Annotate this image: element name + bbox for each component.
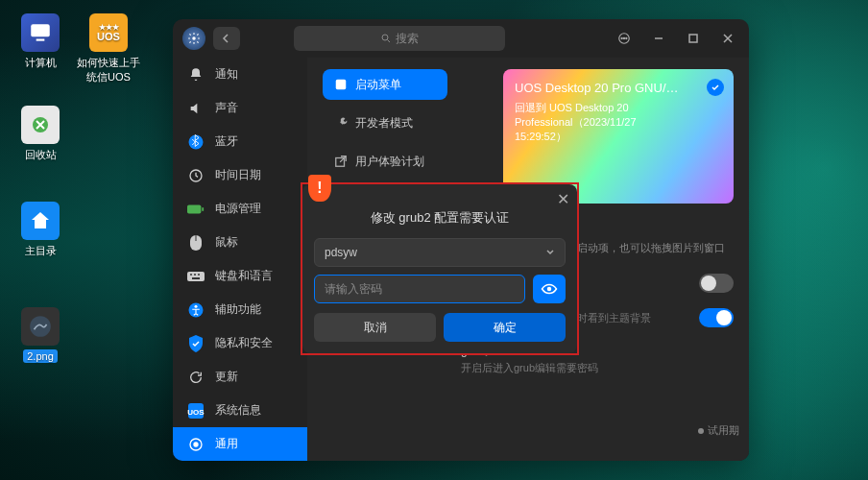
close-button[interactable]: [716, 27, 739, 50]
eye-icon: [541, 283, 558, 295]
sidebar-item-label: 系统信息: [215, 402, 261, 419]
sidebar-item-label: 辅助功能: [215, 301, 261, 318]
minimize-button[interactable]: [647, 27, 670, 50]
tab-developer-mode[interactable]: 开发者模式: [323, 108, 447, 138]
mouse-icon: [186, 233, 205, 252]
preview-line: 15:29:52）: [515, 130, 722, 144]
svg-rect-15: [187, 204, 201, 213]
trash-icon: [21, 106, 60, 144]
search-input[interactable]: 搜索: [294, 26, 505, 51]
preview-line: Professional（2023/11/27: [515, 115, 722, 130]
svg-point-9: [623, 37, 624, 38]
info-icon: UOS: [186, 401, 205, 420]
speaker-icon: [186, 99, 205, 118]
desktop-icon-label: 如何快速上手统信UOS: [77, 57, 140, 83]
computer-icon: [21, 13, 60, 52]
boot-icon: [334, 78, 348, 91]
svg-line-6: [388, 40, 391, 43]
battery-icon: [186, 200, 205, 219]
tab-user-experience[interactable]: 用户体验计划: [323, 146, 447, 177]
sidebar-item-label: 键盘和语言: [215, 268, 273, 284]
svg-point-25: [195, 304, 198, 307]
svg-rect-23: [192, 277, 200, 279]
clock-icon: [186, 166, 205, 185]
update-icon: [186, 368, 205, 387]
maximize-button[interactable]: [682, 27, 705, 50]
dialog-title: 修改 grub2 配置需要认证: [302, 184, 577, 238]
desktop-icon-computer[interactable]: 计算机: [12, 13, 69, 70]
chevron-down-icon: [545, 248, 555, 257]
shield-icon: [186, 334, 205, 353]
keyboard-icon: [186, 267, 205, 286]
preview-title: UOS Desktop 20 Pro GNU/…: [515, 81, 722, 95]
svg-point-5: [382, 35, 388, 40]
bell-icon: [186, 65, 205, 84]
confirm-button[interactable]: 确定: [444, 313, 566, 342]
desktop-icon-home[interactable]: 主目录: [12, 202, 69, 258]
svg-point-21: [194, 274, 196, 276]
general-icon: [186, 435, 205, 454]
sidebar-item-privacy[interactable]: 隐私和安全: [173, 326, 307, 360]
check-icon: [707, 79, 724, 96]
sidebar-item-datetime[interactable]: 时间日期: [173, 158, 307, 192]
sidebar-item-update[interactable]: 更新: [173, 360, 307, 394]
sidebar-item-label: 声音: [215, 100, 238, 116]
external-link-icon: [334, 155, 348, 168]
svg-point-29: [194, 443, 198, 446]
sidebar-item-power[interactable]: 电源管理: [173, 192, 307, 226]
tab-label: 启动菜单: [355, 77, 401, 93]
warning-shield-icon: !: [308, 175, 331, 202]
sidebar-item-keyboard[interactable]: 键盘和语言: [173, 259, 307, 293]
show-password-button[interactable]: [533, 275, 566, 303]
desktop-icon-file[interactable]: 2.png: [12, 307, 69, 363]
sidebar-item-label: 鼠标: [215, 234, 238, 251]
svg-text:UOS: UOS: [187, 408, 205, 417]
desktop-icon-trash[interactable]: 回收站: [12, 106, 69, 162]
svg-point-13: [189, 134, 204, 149]
svg-point-22: [198, 274, 200, 276]
image-file-icon: [21, 307, 60, 346]
sidebar: 通知 声音 蓝牙 时间日期 电源管理 鼠标: [173, 58, 307, 461]
toggle-theme[interactable]: [699, 308, 734, 327]
home-icon: [21, 202, 60, 240]
guide-icon: ★★★ UOS: [89, 13, 128, 52]
svg-point-3: [30, 316, 51, 337]
dialog-close-button[interactable]: ✕: [557, 190, 569, 208]
svg-rect-19: [187, 272, 205, 281]
cancel-button[interactable]: 取消: [314, 313, 436, 342]
menu-button[interactable]: [613, 27, 636, 50]
desktop-icon-guide[interactable]: ★★★ UOS 如何快速上手统信UOS: [75, 13, 142, 84]
desktop-icon-label: 主目录: [25, 245, 57, 256]
desktop-icon-label: 2.png: [23, 349, 58, 363]
sidebar-item-sysinfo[interactable]: UOS 系统信息: [173, 394, 307, 427]
wrench-icon: [334, 116, 348, 130]
svg-point-32: [548, 288, 551, 291]
sidebar-item-label: 通用: [215, 436, 238, 452]
password-input[interactable]: 请输入密码: [314, 275, 525, 303]
preview-line: 回退到 UOS Desktop 20: [515, 101, 722, 115]
accessibility-icon: [186, 300, 205, 320]
user-selected: pdsyw: [325, 246, 357, 259]
svg-point-8: [621, 37, 622, 38]
desktop-icon-label: 回收站: [25, 149, 57, 160]
svg-rect-16: [202, 207, 204, 211]
password-placeholder: 请输入密码: [325, 281, 382, 298]
trial-badge: 试用期: [698, 423, 739, 438]
sidebar-item-general[interactable]: 通用: [173, 427, 307, 461]
bluetooth-icon: [186, 132, 205, 152]
sidebar-item-sound[interactable]: 声音: [173, 91, 307, 125]
sidebar-item-notification[interactable]: 通知: [173, 58, 307, 91]
back-button[interactable]: [213, 27, 240, 50]
svg-point-10: [626, 37, 627, 38]
sidebar-item-label: 更新: [215, 369, 238, 385]
sidebar-item-label: 电源管理: [215, 201, 261, 217]
sidebar-item-bluetooth[interactable]: 蓝牙: [173, 125, 307, 158]
svg-point-20: [190, 274, 192, 276]
svg-rect-0: [31, 24, 50, 36]
toggle-delay[interactable]: [699, 274, 734, 293]
tab-boot-menu[interactable]: 启动菜单: [323, 69, 447, 100]
sidebar-item-accessibility[interactable]: 辅助功能: [173, 293, 307, 326]
sidebar-item-mouse[interactable]: 鼠标: [173, 226, 307, 259]
setting-sub: 开启后进入grub编辑需要密码: [461, 361, 598, 375]
user-select[interactable]: pdsyw: [314, 238, 566, 267]
